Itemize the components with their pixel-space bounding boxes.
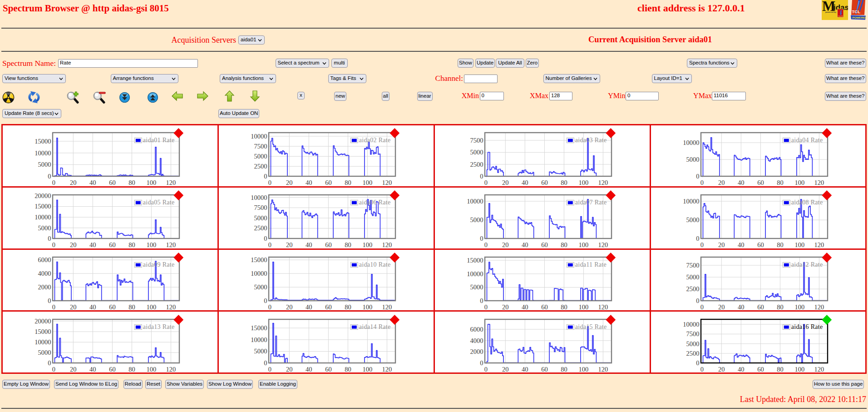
svg-text:80: 80 — [345, 241, 351, 248]
svg-text:7500: 7500 — [686, 330, 699, 338]
svg-text:0: 0 — [264, 235, 267, 242]
svg-text:40: 40 — [306, 241, 312, 248]
svg-text:aida07 Rate: aida07 Rate — [575, 199, 607, 206]
svg-text:2000: 2000 — [38, 283, 51, 291]
svg-text:100: 100 — [147, 303, 157, 311]
svg-text:20: 20 — [286, 303, 293, 311]
svg-text:10000: 10000 — [467, 270, 483, 278]
svg-text:0: 0 — [700, 241, 703, 248]
svg-text:0: 0 — [52, 241, 55, 248]
svg-text:0: 0 — [268, 365, 271, 372]
svg-text:100: 100 — [362, 179, 372, 186]
svg-text:60: 60 — [109, 241, 116, 248]
svg-text:aida09 Rate: aida09 Rate — [143, 261, 175, 268]
svg-text:0: 0 — [700, 365, 703, 372]
svg-text:40: 40 — [522, 179, 528, 186]
svg-text:100: 100 — [362, 303, 372, 311]
svg-text:aida05 Rate: aida05 Rate — [143, 199, 175, 206]
svg-text:0: 0 — [484, 241, 487, 248]
svg-text:20: 20 — [70, 241, 77, 248]
svg-text:20: 20 — [70, 365, 77, 372]
svg-text:60: 60 — [325, 241, 332, 248]
svg-text:120: 120 — [814, 365, 824, 372]
svg-text:5000: 5000 — [470, 149, 483, 156]
svg-text:60: 60 — [109, 303, 116, 311]
svg-text:100: 100 — [362, 365, 372, 372]
svg-text:120: 120 — [598, 303, 608, 311]
svg-text:2000: 2000 — [470, 348, 483, 355]
svg-text:100: 100 — [362, 241, 372, 248]
svg-text:60: 60 — [541, 303, 548, 311]
svg-text:40: 40 — [522, 241, 528, 248]
svg-text:80: 80 — [345, 303, 351, 311]
svg-text:120: 120 — [382, 179, 392, 186]
svg-text:5000: 5000 — [686, 340, 699, 347]
svg-text:0: 0 — [700, 303, 703, 311]
svg-text:0: 0 — [264, 359, 267, 367]
svg-text:120: 120 — [166, 365, 176, 372]
svg-text:0: 0 — [696, 235, 699, 242]
svg-text:80: 80 — [777, 303, 784, 311]
svg-text:10000: 10000 — [251, 133, 267, 140]
svg-text:120: 120 — [814, 303, 824, 311]
svg-text:0: 0 — [264, 297, 267, 304]
svg-text:100: 100 — [578, 303, 588, 311]
svg-text:20: 20 — [286, 365, 293, 372]
svg-text:5000: 5000 — [38, 224, 51, 232]
svg-text:aida01 Rate: aida01 Rate — [143, 137, 175, 144]
svg-text:60: 60 — [109, 365, 116, 372]
svg-text:80: 80 — [345, 179, 351, 186]
svg-text:aida14 Rate: aida14 Rate — [359, 323, 390, 330]
svg-text:40: 40 — [738, 179, 745, 186]
svg-text:40: 40 — [89, 179, 96, 186]
svg-text:aida10 Rate: aida10 Rate — [359, 261, 390, 268]
svg-text:0: 0 — [480, 235, 483, 242]
svg-text:60: 60 — [757, 241, 764, 248]
svg-text:2500: 2500 — [254, 225, 267, 232]
svg-text:aida06 Rate: aida06 Rate — [359, 199, 390, 206]
svg-text:60: 60 — [325, 303, 332, 311]
svg-text:100: 100 — [147, 241, 157, 248]
svg-text:aida03 Rate: aida03 Rate — [575, 137, 607, 144]
svg-text:0: 0 — [484, 365, 487, 372]
svg-text:20000: 20000 — [35, 192, 51, 199]
svg-text:80: 80 — [777, 179, 784, 186]
svg-text:0: 0 — [48, 297, 51, 304]
svg-text:0: 0 — [48, 173, 51, 180]
svg-text:60: 60 — [541, 179, 548, 186]
svg-text:100: 100 — [794, 303, 804, 311]
svg-text:15000: 15000 — [251, 324, 267, 331]
svg-text:80: 80 — [345, 365, 351, 372]
svg-text:7500: 7500 — [254, 204, 267, 211]
svg-text:20000: 20000 — [35, 317, 51, 324]
svg-text:aida04 Rate: aida04 Rate — [791, 137, 823, 144]
svg-text:7500: 7500 — [470, 137, 483, 144]
svg-text:0: 0 — [480, 297, 483, 304]
svg-text:20: 20 — [502, 179, 509, 186]
svg-text:0: 0 — [52, 303, 55, 311]
svg-text:5000: 5000 — [686, 216, 699, 223]
svg-text:40: 40 — [738, 241, 745, 248]
svg-text:15000: 15000 — [251, 256, 267, 263]
svg-text:20: 20 — [286, 241, 293, 248]
svg-text:80: 80 — [561, 179, 567, 186]
svg-text:2500: 2500 — [686, 349, 699, 357]
svg-text:5000: 5000 — [38, 349, 51, 356]
svg-text:aida15 Rate: aida15 Rate — [575, 323, 607, 330]
svg-text:100: 100 — [578, 179, 588, 186]
svg-text:100: 100 — [794, 241, 804, 248]
svg-text:2500: 2500 — [470, 161, 483, 168]
svg-text:5000: 5000 — [254, 347, 267, 355]
svg-text:40: 40 — [738, 365, 745, 372]
svg-text:0: 0 — [268, 303, 271, 311]
svg-text:20: 20 — [502, 365, 509, 372]
svg-text:POWERED: POWERED — [853, 16, 867, 19]
svg-text:10000: 10000 — [683, 198, 699, 205]
svg-text:15000: 15000 — [467, 257, 483, 264]
svg-text:0: 0 — [696, 297, 699, 304]
svg-text:60: 60 — [109, 179, 116, 186]
svg-text:0: 0 — [48, 359, 51, 367]
svg-text:10000: 10000 — [251, 194, 267, 201]
svg-text:80: 80 — [561, 241, 567, 248]
svg-text:40: 40 — [89, 365, 96, 372]
